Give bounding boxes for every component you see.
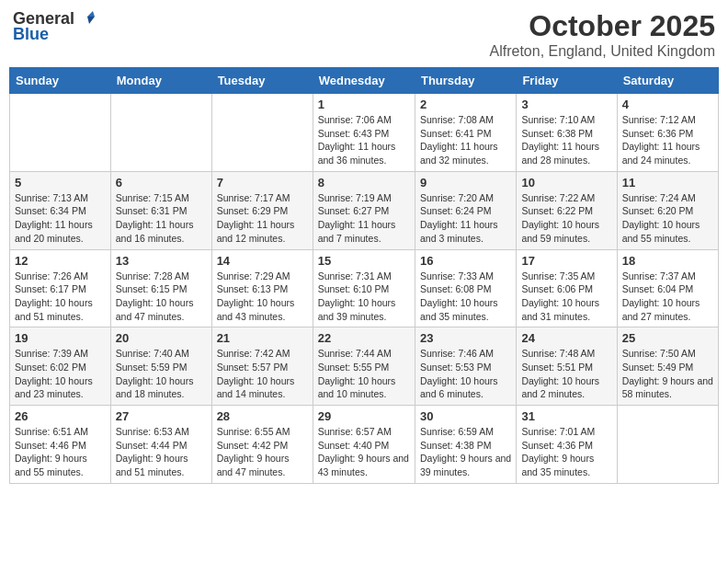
day-number: 13 [116,254,207,268]
calendar-cell: 13Sunrise: 7:28 AM Sunset: 6:15 PM Dayli… [110,249,211,327]
day-number: 19 [15,331,106,345]
day-info: Sunrise: 7:44 AM Sunset: 5:55 PM Dayligh… [318,347,410,401]
day-number: 21 [217,331,308,345]
calendar-cell: 22Sunrise: 7:44 AM Sunset: 5:55 PM Dayli… [313,327,415,406]
weekday-header: Thursday [415,68,516,94]
calendar-cell: 14Sunrise: 7:29 AM Sunset: 6:13 PM Dayli… [211,249,313,327]
day-info: Sunrise: 7:28 AM Sunset: 6:15 PM Dayligh… [116,270,207,324]
calendar-week-row: 5Sunrise: 7:13 AM Sunset: 6:34 PM Daylig… [10,171,719,249]
day-info: Sunrise: 6:53 AM Sunset: 4:44 PM Dayligh… [116,425,207,479]
calendar-cell: 10Sunrise: 7:22 AM Sunset: 6:22 PM Dayli… [517,171,617,249]
day-info: Sunrise: 7:10 AM Sunset: 6:38 PM Dayligh… [521,113,611,167]
calendar-cell: 25Sunrise: 7:50 AM Sunset: 5:49 PM Dayli… [617,327,718,406]
day-number: 9 [420,176,511,190]
calendar-cell: 8Sunrise: 7:19 AM Sunset: 6:27 PM Daylig… [313,171,415,249]
calendar-cell: 15Sunrise: 7:31 AM Sunset: 6:10 PM Dayli… [313,249,415,327]
calendar-cell [110,94,211,172]
day-info: Sunrise: 7:19 AM Sunset: 6:27 PM Dayligh… [318,191,410,246]
day-info: Sunrise: 6:59 AM Sunset: 4:38 PM Dayligh… [420,425,511,479]
calendar-cell: 27Sunrise: 6:53 AM Sunset: 4:44 PM Dayli… [110,406,211,484]
calendar-cell: 31Sunrise: 7:01 AM Sunset: 4:36 PM Dayli… [517,406,617,484]
day-number: 27 [116,409,207,423]
calendar-cell: 9Sunrise: 7:20 AM Sunset: 6:24 PM Daylig… [415,171,516,249]
calendar-week-row: 12Sunrise: 7:26 AM Sunset: 6:17 PM Dayli… [10,249,719,327]
day-info: Sunrise: 7:20 AM Sunset: 6:24 PM Dayligh… [420,191,511,246]
day-info: Sunrise: 7:39 AM Sunset: 6:02 PM Dayligh… [15,347,106,401]
weekday-header: Tuesday [211,68,313,94]
calendar-cell: 18Sunrise: 7:37 AM Sunset: 6:04 PM Dayli… [617,249,718,327]
day-number: 29 [318,409,410,423]
calendar-cell: 28Sunrise: 6:55 AM Sunset: 4:42 PM Dayli… [211,406,313,484]
logo-blue: Blue [13,25,49,44]
calendar-week-row: 19Sunrise: 7:39 AM Sunset: 6:02 PM Dayli… [10,327,719,406]
calendar-cell: 17Sunrise: 7:35 AM Sunset: 6:06 PM Dayli… [517,249,617,327]
calendar-cell: 2Sunrise: 7:08 AM Sunset: 6:41 PM Daylig… [415,94,516,172]
calendar-cell: 11Sunrise: 7:24 AM Sunset: 6:20 PM Dayli… [617,171,718,249]
day-number: 4 [622,98,713,111]
calendar-cell: 21Sunrise: 7:42 AM Sunset: 5:57 PM Dayli… [211,327,313,406]
day-info: Sunrise: 7:35 AM Sunset: 6:06 PM Dayligh… [521,270,611,324]
day-info: Sunrise: 7:06 AM Sunset: 6:43 PM Dayligh… [318,113,410,167]
day-info: Sunrise: 7:22 AM Sunset: 6:22 PM Dayligh… [521,191,611,246]
weekday-header: Wednesday [313,68,415,94]
weekday-header: Monday [110,68,211,94]
calendar-cell: 19Sunrise: 7:39 AM Sunset: 6:02 PM Dayli… [10,327,111,406]
day-info: Sunrise: 7:24 AM Sunset: 6:20 PM Dayligh… [622,191,713,246]
weekday-header: Sunday [10,68,111,94]
calendar-header-row: SundayMondayTuesdayWednesdayThursdayFrid… [10,68,719,94]
day-info: Sunrise: 7:08 AM Sunset: 6:41 PM Dayligh… [420,113,511,167]
day-info: Sunrise: 7:13 AM Sunset: 6:34 PM Dayligh… [15,191,106,246]
day-info: Sunrise: 7:26 AM Sunset: 6:17 PM Dayligh… [15,270,106,324]
calendar-cell: 26Sunrise: 6:51 AM Sunset: 4:46 PM Dayli… [10,406,111,484]
day-number: 1 [318,98,410,111]
calendar-cell: 29Sunrise: 6:57 AM Sunset: 4:40 PM Dayli… [313,406,415,484]
day-info: Sunrise: 7:46 AM Sunset: 5:53 PM Dayligh… [420,347,511,401]
day-number: 22 [318,331,410,345]
day-number: 26 [15,409,106,423]
day-number: 15 [318,254,410,268]
logo-bird-icon [76,7,97,28]
calendar-week-row: 1Sunrise: 7:06 AM Sunset: 6:43 PM Daylig… [10,94,719,172]
calendar-cell: 7Sunrise: 7:17 AM Sunset: 6:29 PM Daylig… [211,171,313,249]
title-section: October 2025 Alfreton, England, United K… [490,9,715,60]
day-info: Sunrise: 7:31 AM Sunset: 6:10 PM Dayligh… [318,270,410,324]
day-info: Sunrise: 7:17 AM Sunset: 6:29 PM Dayligh… [217,191,308,246]
calendar-cell: 4Sunrise: 7:12 AM Sunset: 6:36 PM Daylig… [617,94,718,172]
day-info: Sunrise: 7:37 AM Sunset: 6:04 PM Dayligh… [622,270,713,324]
day-info: Sunrise: 7:40 AM Sunset: 5:59 PM Dayligh… [116,347,207,401]
day-number: 18 [622,254,713,268]
day-number: 14 [217,254,308,268]
day-number: 20 [116,331,207,345]
day-number: 17 [521,254,611,268]
calendar-cell: 5Sunrise: 7:13 AM Sunset: 6:34 PM Daylig… [10,171,111,249]
day-number: 12 [15,254,106,268]
calendar-table: SundayMondayTuesdayWednesdayThursdayFrid… [9,67,719,484]
day-number: 6 [116,176,207,190]
day-number: 28 [217,409,308,423]
day-number: 11 [622,176,713,190]
day-number: 31 [521,409,611,423]
month-title: October 2025 [490,9,715,43]
day-info: Sunrise: 7:15 AM Sunset: 6:31 PM Dayligh… [116,191,207,246]
day-number: 7 [217,176,308,190]
page-header: General Blue October 2025 Alfreton, Engl… [9,9,719,60]
calendar-cell [10,94,111,172]
weekday-header: Friday [517,68,617,94]
day-info: Sunrise: 7:01 AM Sunset: 4:36 PM Dayligh… [521,425,611,479]
calendar-week-row: 26Sunrise: 6:51 AM Sunset: 4:46 PM Dayli… [10,406,719,484]
day-number: 24 [521,331,611,345]
day-info: Sunrise: 7:42 AM Sunset: 5:57 PM Dayligh… [217,347,308,401]
day-number: 30 [420,409,511,423]
day-info: Sunrise: 7:50 AM Sunset: 5:49 PM Dayligh… [622,347,713,401]
calendar-cell [211,94,313,172]
weekday-header: Saturday [617,68,718,94]
svg-marker-1 [87,17,95,24]
calendar-cell: 30Sunrise: 6:59 AM Sunset: 4:38 PM Dayli… [415,406,516,484]
calendar-cell: 1Sunrise: 7:06 AM Sunset: 6:43 PM Daylig… [313,94,415,172]
day-number: 16 [420,254,511,268]
calendar-cell: 12Sunrise: 7:26 AM Sunset: 6:17 PM Dayli… [10,249,111,327]
day-info: Sunrise: 7:29 AM Sunset: 6:13 PM Dayligh… [217,270,308,324]
day-info: Sunrise: 7:12 AM Sunset: 6:36 PM Dayligh… [622,113,713,167]
day-number: 10 [521,176,611,190]
day-number: 5 [15,176,106,190]
